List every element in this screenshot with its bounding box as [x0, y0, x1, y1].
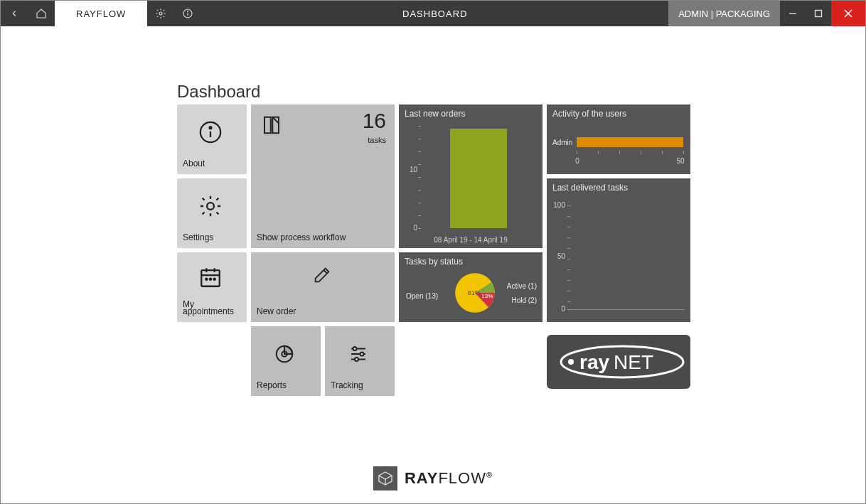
- x-tick: 0: [572, 157, 582, 165]
- calendar-icon: [198, 265, 223, 289]
- tile-label: About: [183, 159, 205, 168]
- svg-point-11: [207, 203, 214, 210]
- tile-tasks-status[interactable]: Tasks by status 81% 13% Open (13) Active…: [399, 252, 542, 322]
- minimize-button[interactable]: [780, 1, 806, 26]
- legend-hold: Hold (2): [511, 296, 537, 304]
- gear-icon: [198, 194, 223, 218]
- reports-icon: [274, 343, 295, 365]
- svg-line-22: [324, 270, 327, 274]
- workflow-count-sub: tasks: [368, 136, 386, 144]
- chart-title: Tasks by status: [405, 257, 463, 267]
- legend-active: Active (1): [507, 282, 537, 290]
- user-badge[interactable]: ADMIN | PACKAGING: [668, 1, 780, 26]
- footer-brand: RAYFLOW®: [405, 469, 493, 488]
- svg-text:ray: ray: [579, 351, 609, 373]
- svg-text:13%: 13%: [481, 293, 493, 299]
- home-button[interactable]: [28, 1, 55, 26]
- tile-label: Show process workflow: [257, 232, 346, 242]
- y-tick: 100: [547, 201, 565, 209]
- tile-label-line2: appointments: [183, 306, 234, 316]
- svg-point-18: [214, 279, 215, 280]
- tile-delivered[interactable]: Last delivered tasks 100 50 0: [547, 178, 690, 322]
- workflow-count: 16: [363, 109, 386, 133]
- footer-logo: RAYFLOW®: [373, 466, 493, 490]
- svg-point-3: [188, 11, 188, 11]
- info-tab-button[interactable]: [174, 1, 201, 26]
- x-axis: [577, 153, 683, 154]
- y-tick: 0: [399, 224, 417, 232]
- legend-open: Open (13): [406, 292, 438, 300]
- window-title: DASHBOARD: [201, 1, 668, 26]
- tab-rayflow[interactable]: RAYFLOW: [55, 1, 147, 26]
- tile-label: Reports: [257, 380, 287, 390]
- edit-icon: [312, 265, 332, 285]
- activity-label: Admin: [552, 139, 572, 146]
- tracking-icon: [348, 343, 369, 365]
- y-tick: 50: [547, 252, 565, 260]
- x-label: 08 April 19 - 14 April 19: [399, 236, 542, 244]
- svg-text:NET: NET: [614, 351, 653, 373]
- svg-point-17: [210, 279, 211, 280]
- content-area: Dashboard About Settings My ap: [1, 26, 865, 503]
- tile-about[interactable]: About: [177, 104, 247, 174]
- pie-chart: 81% 13%: [454, 272, 496, 313]
- rayflow-cube-icon: [373, 466, 397, 490]
- tab-label: RAYFLOW: [76, 9, 126, 19]
- info-icon: [198, 120, 223, 144]
- svg-line-21: [272, 117, 279, 124]
- tile-appointments[interactable]: My appointments: [177, 252, 247, 322]
- tile-new-order[interactable]: New order: [251, 252, 395, 322]
- y-tick: 0: [547, 305, 565, 313]
- tile-reports[interactable]: Reports: [251, 326, 321, 396]
- app-window: RAYFLOW DASHBOARD ADMIN | PACKAGING: [0, 0, 866, 504]
- tile-label: Tracking: [331, 380, 363, 390]
- svg-point-16: [205, 279, 207, 280]
- tile-activity[interactable]: Activity of the users Admin 0 50: [547, 104, 690, 174]
- back-button[interactable]: [1, 1, 28, 26]
- tile-workflow[interactable]: 16 tasks Show process workflow: [251, 104, 395, 248]
- svg-point-10: [210, 127, 212, 129]
- chart-title: Last new orders: [405, 109, 465, 119]
- user-label: ADMIN | PACKAGING: [678, 9, 770, 19]
- y-axis: [420, 126, 421, 232]
- maximize-button[interactable]: [806, 1, 831, 26]
- settings-tab-button[interactable]: [147, 1, 174, 26]
- tile-tracking[interactable]: Tracking: [325, 326, 395, 396]
- close-button[interactable]: [831, 1, 865, 26]
- svg-point-35: [568, 359, 574, 365]
- page-title: Dashboard: [177, 82, 260, 102]
- svg-rect-5: [816, 11, 822, 17]
- x-tick: 50: [673, 157, 688, 165]
- tile-settings[interactable]: Settings: [177, 178, 247, 248]
- tile-label: New order: [257, 306, 296, 316]
- tile-last-new-orders[interactable]: Last new orders 0 10 08 April 19 - 14 Ap…: [399, 104, 542, 248]
- svg-point-28: [353, 347, 357, 350]
- svg-text:81%: 81%: [468, 289, 481, 296]
- titlebar: RAYFLOW DASHBOARD ADMIN | PACKAGING: [1, 1, 865, 26]
- chart-title: Activity of the users: [552, 109, 626, 119]
- bar-orders: [450, 129, 507, 228]
- svg-rect-19: [264, 117, 271, 134]
- svg-point-29: [360, 353, 364, 356]
- svg-point-0: [159, 12, 162, 15]
- chart-title: Last delivered tasks: [552, 183, 628, 193]
- tile-label: Settings: [183, 232, 213, 242]
- bar-admin: [577, 137, 683, 147]
- y-tick: 10: [399, 166, 417, 173]
- svg-point-30: [355, 358, 358, 361]
- workflow-icon: [261, 114, 282, 136]
- raynet-logo: ray NET: [547, 335, 690, 389]
